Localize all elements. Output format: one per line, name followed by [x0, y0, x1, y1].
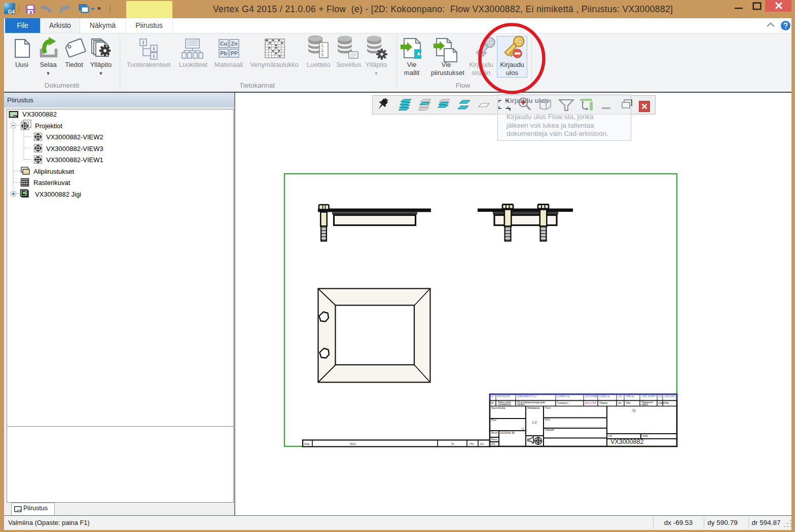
svg-text:Tunn: Tunn — [545, 406, 551, 409]
svg-text:LSSLCMC as: LSSLCMC as — [664, 395, 678, 398]
svg-text:Pvm: Pvm — [491, 419, 496, 422]
svg-text:varattu: varattu — [517, 403, 525, 406]
svg-text:Ark: Ark — [491, 442, 495, 445]
svg-text:Muut: Muut — [491, 438, 497, 441]
svg-text:Lattia: Lattia — [658, 401, 664, 404]
svg-text:LCHECK as: LCHECK as — [557, 395, 570, 398]
svg-text:Nimi: Nimi — [545, 418, 550, 421]
svg-text:CHECKED AT 0 Lu: CHECKED AT 0 Lu — [517, 395, 537, 398]
svg-text:20100902 BL: 20100902 BL — [500, 431, 515, 434]
svg-text:%: % — [451, 442, 454, 445]
svg-text:Tilat: Tilat — [626, 401, 631, 404]
svg-text:LSSSC as: LSSSC as — [599, 395, 610, 398]
svg-text:Jut: Jut — [618, 401, 622, 404]
svg-text:+1: +1 — [521, 427, 524, 430]
svg-text:Suunnittelija: Suunnittelija — [491, 406, 505, 409]
svg-text:Revis: Revis — [491, 431, 498, 434]
svg-text:Ind: Ind — [608, 434, 612, 437]
svg-text:Arkki: Arkki — [642, 434, 648, 437]
svg-text:Nim 1:5.8: Nim 1:5.8 — [585, 401, 596, 404]
svg-text:LCDL SLMNT: LCDL SLMNT — [641, 395, 656, 398]
svg-text:Mittakaava: Mittakaava — [527, 406, 539, 409]
svg-text:Nimi: Nimi — [350, 442, 356, 445]
svg-text:Tilaava: Tilaava — [599, 401, 607, 404]
svg-text:VX3000882: VX3000882 — [610, 438, 643, 445]
svg-text:valittu: valittu — [641, 403, 648, 406]
svg-text:LC: LC — [491, 395, 494, 398]
svg-text:Tilat: Tilat — [664, 401, 669, 404]
svg-text:Uusittavuus: Uusittavuus — [498, 403, 512, 406]
svg-text:1:2: 1:2 — [532, 421, 537, 424]
svg-text:Jg: Jg — [632, 408, 636, 412]
svg-text:Kappale: Kappale — [545, 428, 555, 431]
svg-text:RGOS10.08: RGOS10.08 — [497, 395, 510, 398]
svg-text:Tuotava 1: Tuotava 1 — [557, 401, 568, 404]
svg-text:00: 00 — [491, 401, 494, 404]
svg-text:Av: Av — [480, 442, 484, 445]
svg-text:CWE as: CWE as — [626, 395, 634, 398]
svg-text:LCL: LCL — [618, 395, 623, 398]
svg-text:LSTUGHEE: LSTUGHEE — [585, 395, 597, 398]
svg-text:Yht: Yht — [469, 442, 474, 445]
svg-text:LCL: LCL — [658, 395, 663, 398]
svg-text:Osa: Osa — [304, 442, 310, 445]
